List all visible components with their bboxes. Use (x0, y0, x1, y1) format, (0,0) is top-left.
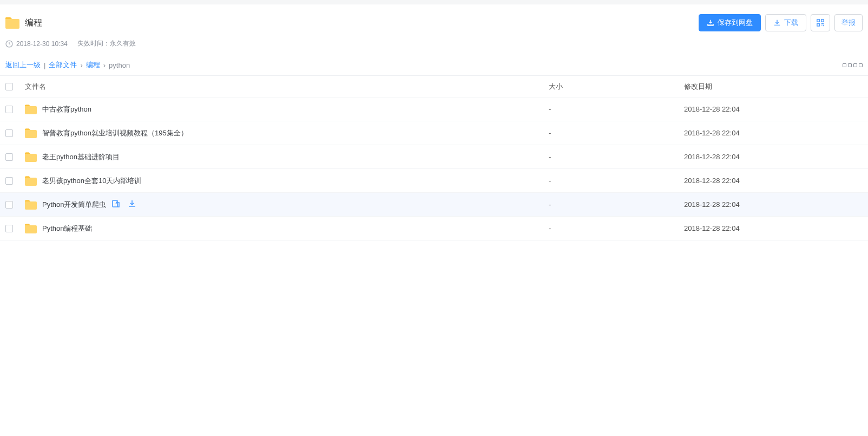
file-table: 文件名 大小 修改日期 中古教育python - 2018-12-28 22:0… (0, 75, 868, 240)
col-header-date: 修改日期 (684, 82, 712, 90)
folder-icon (25, 200, 37, 210)
report-label: 举报 (841, 18, 856, 28)
file-size: - (549, 200, 551, 209)
file-size: - (549, 224, 551, 232)
file-size: - (549, 177, 551, 185)
file-name[interactable]: 中古教育python (42, 105, 91, 114)
file-date: 2018-12-28 22:04 (684, 153, 740, 161)
file-date: 2018-12-28 22:04 (684, 200, 740, 209)
row-checkbox[interactable] (5, 225, 13, 232)
download-button[interactable]: 下载 (765, 14, 806, 31)
table-row[interactable]: Python编程基础 - 2018-12-28 22:04 (0, 217, 868, 240)
file-name[interactable]: Python开发简单爬虫 (42, 200, 106, 210)
folder-icon (25, 176, 37, 186)
share-datetime: 2018-12-30 10:34 (16, 40, 68, 48)
breadcrumb-folder[interactable]: 编程 (86, 60, 100, 70)
file-name[interactable]: 智普教育python就业培训视频教程（195集全） (42, 128, 188, 138)
table-row[interactable]: Python开发简单爬虫 - 2018-12-28 22:04 (0, 193, 868, 217)
row-checkbox[interactable] (5, 201, 13, 209)
file-date: 2018-12-28 22:04 (684, 177, 740, 185)
row-checkbox[interactable] (5, 177, 13, 185)
file-size: - (549, 129, 551, 137)
file-size: - (549, 153, 551, 161)
row-checkbox[interactable] (5, 153, 13, 161)
svg-rect-0 (708, 24, 714, 26)
svg-rect-5 (113, 200, 117, 207)
file-name[interactable]: Python编程基础 (42, 224, 92, 233)
share-icon[interactable] (111, 199, 120, 210)
table-row[interactable]: 智普教育python就业培训视频教程（195集全） - 2018-12-28 2… (0, 121, 868, 145)
file-date: 2018-12-28 22:04 (684, 105, 740, 113)
row-actions (111, 199, 143, 210)
table-row[interactable]: 老男孩python全套10天内部培训 - 2018-12-28 22:04 (0, 169, 868, 193)
breadcrumb-back[interactable]: 返回上一级 (5, 60, 41, 70)
table-row[interactable]: 老王python基础进阶项目 - 2018-12-28 22:04 (0, 145, 868, 169)
file-date: 2018-12-28 22:04 (684, 224, 740, 232)
file-name[interactable]: 老王python基础进阶项目 (42, 152, 120, 162)
file-name[interactable]: 老男孩python全套10天内部培训 (42, 176, 142, 186)
qr-code-button[interactable] (811, 14, 830, 31)
grid-view-toggle[interactable] (843, 63, 863, 67)
row-checkbox[interactable] (5, 129, 13, 137)
table-header: 文件名 大小 修改日期 (0, 76, 868, 97)
qr-code-icon (817, 19, 824, 27)
file-date: 2018-12-28 22:04 (684, 129, 740, 137)
window-top-bar (0, 0, 868, 4)
row-checkbox[interactable] (5, 106, 13, 113)
header-actions: 保存到网盘 下载 举报 (699, 14, 863, 31)
breadcrumb: 返回上一级 | 全部文件 › 编程 › python (5, 60, 863, 70)
svg-rect-1 (817, 19, 819, 22)
save-label: 保存到网盘 (718, 18, 753, 28)
folder-icon (25, 105, 37, 114)
expiry-label: 失效时间：永久有效 (77, 39, 136, 48)
file-size: - (549, 105, 551, 113)
breadcrumb-all-files[interactable]: 全部文件 (49, 60, 77, 70)
chevron-right-icon: › (102, 61, 107, 69)
folder-icon (25, 224, 37, 233)
download-icon[interactable] (128, 199, 136, 210)
svg-rect-3 (817, 24, 819, 26)
col-header-name: 文件名 (25, 82, 46, 92)
page-title: 编程 (25, 17, 42, 29)
download-icon (773, 19, 781, 27)
select-all-checkbox[interactable] (5, 83, 13, 90)
save-to-netdisk-button[interactable]: 保存到网盘 (699, 14, 761, 31)
folder-icon (25, 152, 37, 162)
chevron-right-icon: › (79, 61, 83, 69)
folder-icon (25, 128, 37, 138)
breadcrumb-current: python (109, 61, 130, 69)
save-icon (707, 19, 714, 27)
breadcrumb-sep: | (43, 61, 47, 69)
col-header-size: 大小 (549, 82, 563, 90)
meta-row: 2018-12-30 10:34 失效时间：永久有效 (5, 39, 863, 48)
folder-icon (5, 17, 19, 29)
table-row[interactable]: 中古教育python - 2018-12-28 22:04 (0, 97, 868, 121)
clock-icon (5, 40, 13, 48)
report-button[interactable]: 举报 (834, 14, 863, 31)
download-label: 下载 (784, 18, 798, 28)
svg-rect-2 (821, 19, 824, 22)
